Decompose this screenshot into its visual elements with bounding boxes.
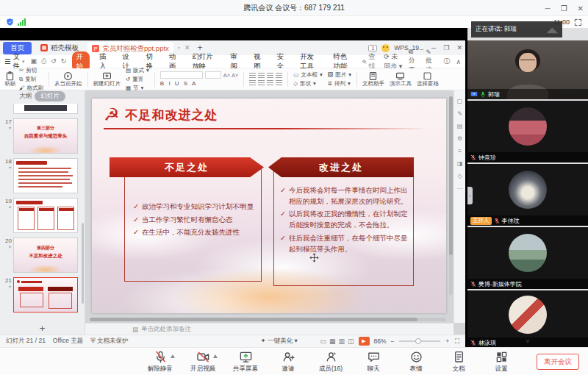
reading-view-icon[interactable]: ▥ (339, 338, 345, 345)
beautify-button[interactable]: ✦ 一键美化 ▾ (261, 337, 298, 346)
fit-screen-icon[interactable]: ⛶ (455, 338, 459, 346)
account-avatar[interactable] (381, 44, 390, 52)
justify-icon[interactable] (276, 73, 282, 79)
indent-icon[interactable] (267, 80, 273, 86)
sidebar-layout-icon[interactable]: ▤ (457, 123, 463, 129)
security-shield-icon[interactable] (6, 18, 14, 26)
font-name-select[interactable] (160, 71, 203, 79)
notification-badge[interactable]: 1 (368, 45, 377, 51)
copy-button[interactable]: ⧉ 复制 (19, 76, 43, 83)
maximize-icon[interactable]: ❐ (561, 4, 567, 12)
zoom-in-icon[interactable]: ＋ (445, 337, 451, 346)
mic-options-caret[interactable] (171, 354, 175, 358)
meeting-toolbar: 解除静音 开启视频 共享屏幕 邀请 成员(16) 聊天 (0, 347, 588, 375)
editor-vscrollbar[interactable] (449, 96, 453, 295)
font-grow-shrink[interactable]: A˄ A˅ (223, 72, 238, 79)
paste-button[interactable]: 粘贴 (4, 71, 15, 87)
thumbnail-slide-17[interactable]: 17✦ 第三部分 自我要求与规范带头 (1, 118, 82, 154)
align-center-icon[interactable] (258, 73, 265, 79)
numbering-icon[interactable] (258, 80, 265, 86)
thumbnail-scrollbar[interactable] (82, 223, 84, 304)
picture-button[interactable]: 🖼 图片 ▾ (328, 71, 351, 79)
chat-button[interactable]: 聊天 (357, 350, 390, 374)
leave-meeting-button[interactable]: 离开会议 (537, 354, 579, 370)
video-options-caret[interactable] (213, 354, 218, 358)
exit-fullscreen-icon[interactable] (574, 18, 582, 26)
align-left-icon[interactable] (249, 73, 256, 79)
cut-button[interactable]: ✂ 剪切 (19, 67, 43, 74)
tab-close-icon[interactable]: ✕ (184, 44, 190, 51)
sidebar-split-icon[interactable]: ◨ (457, 160, 463, 167)
reset-button[interactable]: ↺ 重置 (126, 76, 149, 83)
slideshow-play-button[interactable]: ▶ (359, 337, 370, 346)
sidebar-more-icon[interactable]: ⋯ (457, 185, 463, 192)
thumbnail-slide-19[interactable]: 19✦ (1, 198, 82, 233)
thumbnail-slide-20[interactable]: 20✦ 第四部分 不足和改进之处 (1, 238, 82, 273)
minimize-icon[interactable]: ─ (545, 4, 551, 12)
save-icon[interactable]: ▣ (31, 57, 37, 65)
collapse-ribbon-icon[interactable]: ∧ (456, 58, 461, 65)
thumbnail-slide-16[interactable] (1, 104, 82, 114)
theme-name[interactable]: Office 主题 (53, 337, 83, 346)
normal-view-icon[interactable]: ▭ (320, 338, 327, 345)
textbox-button[interactable]: ▭ 文本框 ▾ (293, 71, 322, 79)
notes-bar[interactable]: ▤ 单击此处添加备注 (85, 323, 453, 335)
info-icon[interactable]: ⓘ (443, 57, 450, 66)
font-style-buttons[interactable]: B I U S A (160, 80, 238, 87)
thumbnail-slide-21-current[interactable]: 21✦ (1, 277, 82, 312)
font-size-select[interactable] (205, 71, 221, 79)
tab-outline[interactable]: 大纲 (19, 92, 32, 101)
close-icon[interactable]: ✕ (578, 4, 584, 12)
shapes-button[interactable]: ◇ 形状 ▾ (293, 80, 322, 88)
network-signal-icon[interactable] (18, 18, 26, 26)
tab-slides[interactable]: 幻灯片 (35, 91, 65, 101)
current-slide-canvas[interactable]: ☭ 不足和改进之处 不足之处 改进之处 ✓政治学习和专业知识学习计划不明显 ✓当… (92, 99, 446, 313)
quick-toolbar[interactable]: ▣ ⎙ ↺ ↻ (31, 57, 67, 65)
participant-tile-video[interactable]: 郭瑞 (467, 40, 588, 99)
sidebar-list-icon[interactable]: ≡ (458, 148, 462, 154)
undo-icon[interactable]: ↺ (51, 57, 57, 65)
unmute-button[interactable]: 解除静音 (144, 350, 176, 374)
sidebar-shape-icon[interactable]: ◇ (457, 173, 462, 179)
new-slide-button[interactable]: 新建幻灯片 (93, 71, 121, 87)
panel-collapse-handle[interactable]: ‹ (467, 187, 473, 204)
zoom-slider[interactable] (399, 340, 440, 342)
selection-pane-button[interactable]: 选择窗格 (417, 71, 439, 87)
thumbnail-slide-18[interactable]: 18✦ (1, 158, 82, 193)
doc-protect-status[interactable]: ⛨ 文档未保护 (90, 337, 128, 346)
redo-icon[interactable]: ↻ (61, 57, 67, 65)
layout-button[interactable]: ▤ 版式 ▾ (126, 67, 149, 74)
sidebar-gear-icon[interactable]: ⚙ (457, 135, 462, 142)
editor-hscrollbar[interactable] (90, 318, 446, 321)
share-screen-button[interactable]: 共享屏幕 (229, 350, 262, 374)
reactions-button[interactable]: 表情 (400, 350, 432, 374)
play-from-current-button[interactable]: 从当前开始 (54, 71, 82, 87)
sorter-view-icon[interactable]: ▦ (329, 338, 336, 345)
sidebar-style-icon[interactable]: ✎ (457, 110, 462, 117)
participant-tile-host[interactable]: 主持人 李佳玟 (467, 164, 588, 226)
add-slide-button[interactable]: + (0, 323, 85, 335)
bullets-icon[interactable] (249, 80, 256, 86)
members-button[interactable]: 成员(16) (315, 350, 347, 374)
start-video-button[interactable]: 开启视频 (187, 350, 219, 374)
align-right-icon[interactable] (267, 73, 273, 79)
check-icon: ✓ (133, 215, 139, 226)
participant-tile[interactable]: 钟熹珍 (467, 101, 588, 162)
panel-chevron-down-icon[interactable]: ˅ (526, 338, 529, 345)
doc-assistant-button[interactable]: 文档助手 (362, 71, 384, 87)
zoom-out-icon[interactable]: − (391, 338, 395, 345)
invite-button[interactable]: 邀请 (272, 350, 304, 374)
participant-tile[interactable]: 樊博-新媒体学院 (467, 227, 588, 289)
sidebar-props-icon[interactable]: ▢ (457, 98, 463, 104)
notes-view-icon[interactable]: ◫ (348, 338, 354, 345)
line-spacing-icon[interactable] (276, 80, 282, 86)
settings-button[interactable]: 设置 (485, 350, 517, 374)
tab-pin-icon[interactable]: ▫ (178, 44, 180, 51)
check-icon: ✓ (133, 201, 139, 213)
print-icon[interactable]: ⎙ (41, 57, 46, 65)
mic-muted-icon (154, 350, 168, 364)
presentation-tools-button[interactable]: 演示工具 (390, 71, 412, 87)
docs-button[interactable]: 文档 (442, 350, 475, 374)
zoom-level[interactable]: 86% (374, 338, 387, 345)
arrange-button[interactable]: ≣ 排列 ▾ (328, 80, 351, 88)
